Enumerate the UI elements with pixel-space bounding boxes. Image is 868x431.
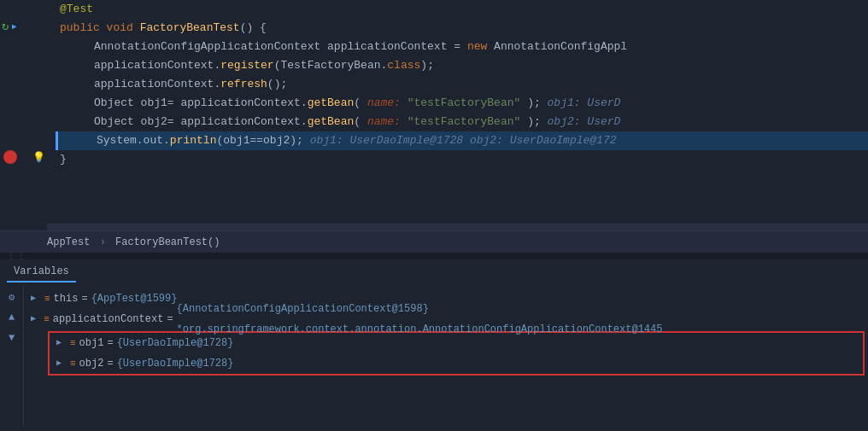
breakpoint-icon[interactable] [3, 150, 17, 164]
code-line-2: public void FactoryBeanTest() { [56, 19, 868, 38]
panel-divider: ⋮⋮ [0, 253, 868, 259]
editor-gutter: ↻ ▸ 💡 [0, 0, 47, 230]
expand-arrow-appctx[interactable]: ▶ [31, 309, 40, 329]
annotation-test: @Test [60, 3, 93, 15]
breadcrumb-part-2: FactoryBeanTest() [115, 236, 220, 248]
var-icon-this: ≡ [44, 288, 50, 309]
variables-tab[interactable]: Variables [7, 262, 76, 282]
code-line-7: Object obj2= applicationContext.getBean(… [56, 113, 868, 131]
scroll-up-button[interactable]: ▲ [3, 309, 21, 326]
refresh-icon: ↻ [2, 19, 9, 33]
var-name-this: this [54, 288, 79, 309]
lightbulb-icon[interactable]: 💡 [32, 151, 45, 164]
var-icon-obj2: ≡ [70, 353, 76, 374]
var-icon-appctx: ≡ [44, 309, 50, 329]
filter-button[interactable]: ⚙ [3, 288, 21, 306]
debug-toolbar: Variables [0, 259, 868, 285]
code-line-4: applicationContext.register(TestFactoryB… [56, 56, 868, 75]
breadcrumb-bar: AppTest › FactoryBeanTest() [0, 230, 868, 253]
var-row-obj2[interactable]: ▶ ≡ obj2 = {UserDaoImple@1728} [50, 353, 863, 374]
expand-arrow-obj2[interactable]: ▶ [56, 353, 67, 374]
expand-arrow-obj1[interactable]: ▶ [56, 333, 67, 353]
debug-content-area: ⚙ ▲ ▼ ▶ ≡ this = {AppTest@1599} ▶ ≡ [0, 285, 868, 426]
code-line-8-active: System.out.println(obj1==obj2); obj1: Us… [56, 131, 868, 150]
ide-window: ↻ ▸ 💡 @Test public void FactoryBeanTest(… [0, 0, 868, 426]
var-value-this: {AppTest@1599} [91, 288, 178, 309]
code-line-9: } [56, 150, 868, 169]
expand-arrow-this[interactable]: ▶ [31, 288, 41, 309]
var-value-obj1: {UserDaoImple@1728} [117, 333, 234, 353]
var-name-obj2: obj2 [79, 353, 104, 374]
code-line-3: AnnotationConfigApplicationContext appli… [56, 38, 868, 56]
var-value-appctx: {AnnotationConfigApplicationContext@1598… [177, 299, 868, 340]
breadcrumb-part-1: AppTest [47, 236, 90, 248]
code-line-5: applicationContext.refresh(); [56, 75, 868, 94]
code-editor: ↻ ▸ 💡 @Test public void FactoryBeanTest(… [0, 0, 868, 230]
var-name-appctx: applicationContext [53, 309, 164, 329]
debug-panel: Variables ⚙ ▲ ▼ ▶ ≡ this = {AppTest@1599… [0, 259, 868, 426]
code-line-6: Object obj1= applicationContext.getBean(… [56, 94, 868, 113]
var-row-applicationcontext[interactable]: ▶ ≡ applicationContext = {AnnotationConf… [24, 309, 868, 329]
editor-scrollbar[interactable] [47, 224, 868, 230]
var-icon-obj1: ≡ [70, 333, 76, 353]
var-name-obj1: obj1 [79, 333, 104, 353]
variables-list: ▶ ≡ this = {AppTest@1599} ▶ ≡ applicatio… [24, 285, 868, 426]
var-value-obj2: {UserDaoImple@1728} [117, 353, 234, 374]
code-line-1: @Test [56, 0, 868, 19]
scroll-down-button[interactable]: ▼ [3, 329, 21, 347]
code-content: @Test public void FactoryBeanTest() { An… [47, 0, 868, 169]
debug-side-toolbar: ⚙ ▲ ▼ [0, 285, 24, 426]
debug-marker-icon: ▸ [10, 19, 17, 33]
